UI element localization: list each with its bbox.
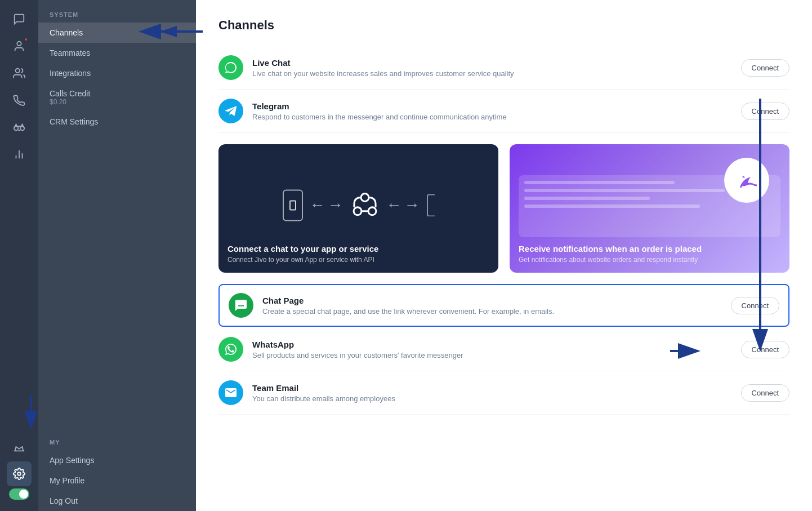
- chat-nav-icon[interactable]: [7, 7, 32, 32]
- icon-sidebar: [0, 0, 38, 511]
- sidebar-item-crm-settings[interactable]: CRM Settings: [38, 112, 196, 132]
- crm-settings-label: CRM Settings: [50, 117, 98, 126]
- shop-promo-card[interactable]: Receive notifications when an order is p…: [510, 144, 789, 273]
- telegram-connect-button[interactable]: Connect: [741, 103, 789, 120]
- telegram-icon: [218, 99, 243, 123]
- live-chat-desc: Live chat on your website increases sale…: [252, 69, 732, 78]
- webhook-card-desc: Connect Jivo to your own App or service …: [227, 256, 489, 264]
- phone-nav-icon[interactable]: [7, 88, 32, 113]
- svg-point-11: [238, 305, 240, 306]
- webhook-illustration: ←→ ←→: [283, 189, 435, 221]
- contacts-nav-icon[interactable]: [7, 34, 32, 59]
- text-sidebar: SYSTEM Channels Teammates Integrations C…: [38, 0, 196, 511]
- crown-nav-icon[interactable]: [7, 434, 32, 459]
- svg-point-1: [16, 69, 20, 73]
- app-settings-label: App Settings: [50, 456, 94, 465]
- shop-screen-mockup: [519, 175, 780, 237]
- integrations-label: Integrations: [50, 69, 91, 78]
- telegram-channel-item: Telegram Respond to customers in the mes…: [218, 90, 789, 133]
- live-chat-channel-item: Live Chat Live chat on your website incr…: [218, 46, 789, 90]
- shop-card-desc: Get notifications about website orders a…: [519, 256, 780, 264]
- whatsapp-name: WhatsApp: [252, 340, 732, 349]
- svg-point-10: [361, 194, 369, 202]
- chart-nav-icon[interactable]: [7, 142, 32, 167]
- telegram-desc: Respond to customers in the messenger an…: [252, 113, 732, 121]
- logout-label: Log Out: [50, 496, 78, 505]
- telegram-name: Telegram: [252, 101, 732, 111]
- sidebar-item-my-profile[interactable]: My Profile: [38, 470, 196, 491]
- team-email-desc: You can distribute emails among employee…: [252, 394, 732, 403]
- team-nav-icon[interactable]: [7, 61, 32, 86]
- sidebar-item-logout[interactable]: Log Out: [38, 491, 196, 511]
- chat-page-connect-button[interactable]: Connect: [731, 297, 779, 314]
- sidebar-item-calls-credit[interactable]: Calls Credit $0.20: [38, 83, 196, 112]
- sidebar-item-teammates[interactable]: Teammates: [38, 43, 196, 63]
- sidebar-item-channels[interactable]: Channels: [38, 23, 196, 43]
- live-chat-connect-button[interactable]: Connect: [741, 59, 789, 77]
- svg-point-12: [240, 305, 242, 306]
- chat-page-name: Chat Page: [262, 296, 722, 305]
- page-title: Channels: [218, 18, 789, 33]
- telegram-info: Telegram Respond to customers in the mes…: [252, 101, 732, 121]
- team-email-name: Team Email: [252, 383, 732, 393]
- svg-point-0: [17, 42, 21, 46]
- chat-page-channel-item: Chat Page Create a special chat page, an…: [218, 284, 789, 327]
- team-email-info: Team Email You can distribute emails amo…: [252, 383, 732, 403]
- whatsapp-info: WhatsApp Sell products and services in y…: [252, 340, 732, 359]
- system-section-label: SYSTEM: [38, 0, 196, 23]
- promo-row: ←→ ←→ Connect: [218, 144, 789, 273]
- main-content: Channels Live Chat Live chat on your web…: [196, 0, 812, 511]
- shop-card-title: Receive notifications when an order is p…: [519, 244, 780, 254]
- whatsapp-icon: [218, 337, 243, 362]
- binoculars-nav-icon[interactable]: [7, 115, 32, 140]
- whatsapp-desc: Sell products and services in your custo…: [252, 351, 732, 359]
- sidebar-item-app-settings[interactable]: App Settings: [38, 450, 196, 470]
- chat-page-info: Chat Page Create a special chat page, an…: [262, 296, 722, 316]
- webhook-promo-card[interactable]: ←→ ←→ Connect: [218, 144, 498, 273]
- chat-page-desc: Create a special chat page, and use the …: [262, 307, 722, 316]
- calls-credit-label: Calls Credit: [50, 89, 90, 98]
- svg-point-7: [17, 472, 21, 476]
- my-section-label: MY: [38, 428, 196, 450]
- team-email-icon: [218, 380, 243, 405]
- team-email-channel-item: Team Email You can distribute emails amo…: [218, 371, 789, 415]
- channels-label: Channels: [50, 28, 83, 37]
- teammates-label: Teammates: [50, 48, 90, 57]
- whatsapp-channel-item: WhatsApp Sell products and services in y…: [218, 328, 789, 371]
- svg-point-9: [368, 207, 376, 215]
- chat-page-icon: [229, 293, 253, 318]
- my-profile-label: My Profile: [50, 476, 84, 485]
- sidebar-item-integrations[interactable]: Integrations: [38, 63, 196, 83]
- settings-nav-icon[interactable]: [7, 461, 32, 486]
- svg-point-8: [354, 207, 362, 215]
- live-chat-name: Live Chat: [252, 58, 732, 68]
- online-toggle[interactable]: [7, 488, 32, 500]
- svg-point-13: [242, 305, 244, 306]
- webhook-card-title: Connect a chat to your app or service: [227, 244, 489, 254]
- team-email-connect-button[interactable]: Connect: [741, 384, 789, 402]
- live-chat-info: Live Chat Live chat on your website incr…: [252, 58, 732, 78]
- calls-credit-value: $0.20: [50, 98, 90, 106]
- live-chat-icon: [218, 55, 243, 80]
- whatsapp-connect-button[interactable]: Connect: [741, 341, 789, 358]
